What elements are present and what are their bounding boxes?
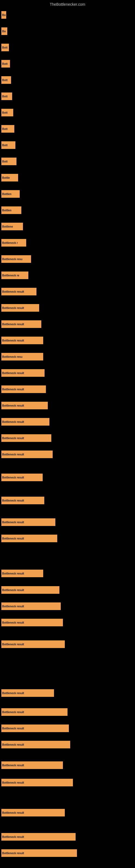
bar-row: Bottleneck resu — [1, 350, 134, 364]
bar-block: Bott — [1, 76, 11, 84]
bar-block: Bottleneck result — [1, 833, 76, 841]
bar-label: Bottleneck result — [2, 781, 24, 784]
bar-block: Bottleneck result — [1, 602, 61, 610]
bar-block: Bottleneck result — [1, 402, 48, 409]
bar-block: Bottleneck result — [1, 809, 65, 816]
bar-block: Bottleneck result — [1, 849, 77, 857]
bar-row: Bottleneck result — [1, 334, 134, 347]
bar-block: Bottleneck result — [1, 385, 46, 393]
bar-block: Bottleneck result — [1, 434, 51, 442]
bar-block: Bottleneck result — [1, 586, 59, 594]
bar-block: Bottlene — [1, 223, 23, 230]
bar-label: Bottlen — [2, 209, 11, 212]
bar-block: Bottleneck result — [1, 762, 63, 769]
bar-row: Bottleneck result — [1, 616, 134, 629]
bar-block: Bottleneck result — [1, 741, 70, 748]
bar-block: Bottleneck result — [1, 304, 39, 312]
bar-block: Bottle — [1, 174, 18, 182]
bar-label: Bott — [2, 144, 8, 147]
bar-block: Bottleneck result — [1, 497, 44, 504]
bar-row: Bottleneck result — [1, 317, 134, 331]
bar-block: Bottleneck result — [1, 320, 41, 328]
bar-block: Bottleneck result — [1, 569, 43, 577]
bar-row: Bottleneck result — [1, 758, 134, 772]
bar-row: Bott — [1, 73, 134, 87]
bar-label: Bottleneck result — [2, 711, 24, 714]
bar-label: Bottleneck result — [2, 589, 24, 592]
bar-label: Bottleneck result — [2, 521, 24, 524]
bar-label: Bott — [2, 160, 8, 163]
bar-label: Bottlene — [2, 225, 13, 228]
bar-row: Bottlen — [1, 187, 134, 201]
bar-label: Bottleneck result — [2, 537, 24, 540]
bar-row: Bottleneck result — [1, 830, 134, 844]
bar-label: Bott — [2, 46, 8, 49]
bar-label: Bottleneck result — [2, 290, 24, 293]
bar-row: Bottleneck result — [1, 846, 134, 860]
bar-block: Bottleneck result — [1, 369, 45, 377]
bar-label: Bott — [2, 127, 8, 130]
bar-row: Bottleneck result — [1, 738, 134, 751]
bar-block: Bottleneck result — [1, 474, 43, 481]
bar-block: Bott — [1, 44, 9, 51]
bar-block: Bottleneck result — [1, 337, 43, 344]
bar-row: Bottleneck result — [1, 382, 134, 396]
bar-block: Bottleneck result — [1, 451, 53, 458]
bar-label: Bottleneck result — [2, 307, 24, 310]
bar-label: Bottleneck result — [2, 437, 24, 440]
bar-row: Bottleneck re — [1, 269, 134, 282]
bar-row: Bottleneck result — [1, 301, 134, 315]
bar-row: Bottleneck result — [1, 494, 134, 507]
bar-row: Bottleneck result — [1, 285, 134, 299]
bar-row: Bottleneck result — [1, 415, 134, 429]
site-title: TheBottlenecker.com — [0, 0, 135, 9]
bar-label: Bottleneck resu — [2, 355, 22, 358]
bars-container: BoBoBottBottBottBottBottBottBottBottBott… — [0, 8, 135, 868]
bar-block: Bo — [1, 27, 7, 35]
bar-label: Bottleneck result — [2, 476, 24, 479]
bar-label: Bottleneck result — [2, 323, 24, 326]
bar-label: Bottleneck r — [2, 241, 18, 244]
bar-block: Bottleneck result — [1, 518, 55, 526]
bar-row: Bottleneck result — [1, 567, 134, 580]
bar-block: Bottleneck resu — [1, 353, 43, 361]
bar-row: Bott — [1, 90, 134, 103]
bar-row: Bottleneck result — [1, 447, 134, 461]
bar-row: Bottleneck result — [1, 471, 134, 484]
bar-row: Bottleneck result — [1, 638, 134, 651]
bar-label: Bottleneck result — [2, 621, 24, 624]
bar-row: Bottleneck result — [1, 366, 134, 380]
bar-label: Bottleneck result — [2, 453, 24, 456]
bar-label: Bottleneck result — [2, 764, 24, 767]
bar-row: Bottlene — [1, 220, 134, 233]
bar-label: Bottle — [2, 176, 10, 179]
bar-row: Bottleneck result — [1, 686, 134, 700]
bar-label: Bott — [2, 62, 8, 65]
bar-label: Bottleneck result — [2, 643, 24, 646]
bar-row: Bottlen — [1, 204, 134, 217]
bar-label: Bottleneck result — [2, 727, 24, 730]
bar-block: Bott — [1, 125, 14, 133]
bar-row: Bottleneck result — [1, 431, 134, 445]
bar-block: Bottleneck result — [1, 724, 69, 732]
bar-label: Bottleneck result — [2, 835, 24, 838]
bar-label: Bottleneck result — [2, 372, 24, 375]
bar-block: Bottleneck result — [1, 535, 57, 542]
bar-block: Bottleneck re — [1, 272, 28, 279]
bar-block: Bottleneck result — [1, 641, 65, 648]
bar-row: Bottleneck resu — [1, 252, 134, 266]
bar-row: Bott — [1, 155, 134, 168]
bar-block: Bottleneck result — [1, 418, 49, 426]
bar-label: Bottleneck result — [2, 404, 24, 407]
bar-block: Bottleneck result — [1, 689, 54, 697]
bar-row: Bottleneck result — [1, 806, 134, 819]
bar-row: Bo — [1, 24, 134, 38]
bar-row: Bottleneck result — [1, 599, 134, 613]
bar-label: Bottleneck resu — [2, 258, 22, 261]
bar-block: Bottlen — [1, 190, 20, 198]
bar-label: Bott — [2, 79, 8, 82]
bar-label: Bo — [2, 30, 6, 33]
bar-block: Bott — [1, 93, 12, 100]
bar-label: Bottlen — [2, 193, 11, 195]
bar-label: Bottleneck result — [2, 339, 24, 342]
